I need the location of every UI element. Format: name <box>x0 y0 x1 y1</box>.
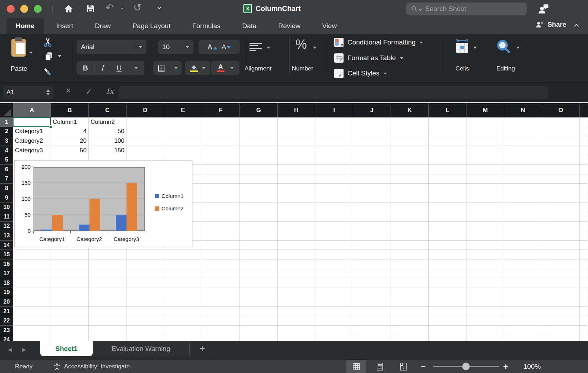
grid-cell-d24[interactable] <box>127 335 164 341</box>
grid-cell-f17[interactable] <box>202 269 240 279</box>
grid-cell-j11[interactable] <box>353 212 391 222</box>
grid-cell-a2[interactable]: Category1 <box>13 127 51 137</box>
grid-cell-b20[interactable] <box>51 297 89 307</box>
column-header-g[interactable]: G <box>240 103 278 117</box>
grid-cell-i21[interactable] <box>315 307 353 316</box>
grid-cell-o7[interactable] <box>542 174 580 184</box>
grid-cell-i9[interactable] <box>315 193 353 203</box>
grid-cell-l6[interactable] <box>429 165 466 174</box>
column-header-e[interactable]: E <box>164 103 202 117</box>
grid-cell-g1[interactable] <box>240 117 278 127</box>
grid-cell-n11[interactable] <box>504 212 542 222</box>
grid-cell-j14[interactable] <box>353 241 391 250</box>
grid-cell-m20[interactable] <box>466 297 504 307</box>
share-label[interactable]: Share <box>547 21 566 28</box>
paste-button[interactable]: Paste <box>3 65 35 73</box>
grid-cell-h8[interactable] <box>278 184 315 193</box>
row-header-4[interactable]: 4 <box>0 146 13 156</box>
grid-cell-i7[interactable] <box>315 174 353 184</box>
grid-cell-m8[interactable] <box>466 184 504 193</box>
share-area[interactable]: Share <box>535 21 578 28</box>
grid-cell-l10[interactable] <box>429 203 466 212</box>
grid-cell-i13[interactable] <box>315 231 353 241</box>
grid-cell-b16[interactable] <box>51 259 89 269</box>
grid-cell-g5[interactable] <box>240 155 278 165</box>
tab-formulas[interactable]: Formulas <box>183 18 229 34</box>
grid-cell-b2[interactable]: 4 <box>51 127 89 137</box>
grid-cell-c4[interactable]: 150 <box>89 146 127 156</box>
grid-cell-d22[interactable] <box>127 316 164 326</box>
grid-cell-k12[interactable] <box>391 222 429 231</box>
grid-cell-h24[interactable] <box>278 335 315 341</box>
tab-view[interactable]: View <box>313 18 346 34</box>
grid-cell-partial[interactable] <box>580 117 588 127</box>
grid-cell-partial[interactable] <box>580 155 588 165</box>
grid-cell-j23[interactable] <box>353 326 391 335</box>
grid-cell-j5[interactable] <box>353 155 391 165</box>
grid-cell-c16[interactable] <box>89 259 127 269</box>
grid-cell-l18[interactable] <box>429 278 466 288</box>
grid-cell-l24[interactable] <box>429 335 466 341</box>
grid-cell-k11[interactable] <box>391 212 429 222</box>
grid-cell-k22[interactable] <box>391 316 429 326</box>
grid-cell-j12[interactable] <box>353 222 391 231</box>
formula-input[interactable] <box>119 86 548 99</box>
grid-cell-k21[interactable] <box>391 307 429 316</box>
grid-cell-f23[interactable] <box>202 326 240 335</box>
row-header-5[interactable]: 5 <box>0 155 13 165</box>
collapse-ribbon-chevron[interactable] <box>574 24 579 28</box>
tab-data[interactable]: Data <box>233 18 266 34</box>
grid-cell-i4[interactable] <box>315 146 353 156</box>
grid-cell-e17[interactable] <box>164 269 202 279</box>
grid-cell-h4[interactable] <box>278 146 315 156</box>
grid-cell-j6[interactable] <box>353 165 391 174</box>
grid-cell-l14[interactable] <box>429 241 466 250</box>
grid-cell-m7[interactable] <box>466 174 504 184</box>
column-header-n[interactable]: N <box>504 103 542 117</box>
font-name-select[interactable]: Arial <box>77 40 146 54</box>
grid-cell-m11[interactable] <box>466 212 504 222</box>
copy-icon[interactable] <box>44 52 53 62</box>
row-header-7[interactable]: 7 <box>0 174 13 184</box>
normal-view-button[interactable] <box>346 360 366 373</box>
grid-cell-e3[interactable] <box>164 136 202 146</box>
grid-cell-partial[interactable] <box>580 174 588 184</box>
grid-cell-l12[interactable] <box>429 222 466 231</box>
grid-cell-d21[interactable] <box>127 307 164 316</box>
grid-cell-g9[interactable] <box>240 193 278 203</box>
grid-cell-g11[interactable] <box>240 212 278 222</box>
grid-cell-l4[interactable] <box>429 146 466 156</box>
grid-cell-g17[interactable] <box>240 269 278 279</box>
grid-cell-l3[interactable] <box>429 136 466 146</box>
grid-cell-i2[interactable] <box>315 127 353 137</box>
grid-cell-d18[interactable] <box>127 278 164 288</box>
grid-cell-partial[interactable] <box>580 307 588 316</box>
grid-cell-g20[interactable] <box>240 297 278 307</box>
grid-cell-h22[interactable] <box>278 316 315 326</box>
grid-cell-n22[interactable] <box>504 316 542 326</box>
row-header-23[interactable]: 23 <box>0 326 13 335</box>
grid-cell-i12[interactable] <box>315 222 353 231</box>
grid-cell-n20[interactable] <box>504 297 542 307</box>
grid-cell-a24[interactable] <box>13 335 51 341</box>
grid-cell-k9[interactable] <box>391 193 429 203</box>
grid-cell-n13[interactable] <box>504 231 542 241</box>
underline-dropdown-caret[interactable] <box>134 67 138 69</box>
editing-caret[interactable] <box>516 47 520 49</box>
grid-cell-j22[interactable] <box>353 316 391 326</box>
column-chart-object[interactable]: 050100150200Category1Category2Category3C… <box>14 160 192 247</box>
number-format-icon[interactable]: % <box>295 37 307 52</box>
cells-caret[interactable] <box>473 47 477 49</box>
grid-cell-d17[interactable] <box>127 269 164 279</box>
grid-cell-g18[interactable] <box>240 278 278 288</box>
grid-cell-o6[interactable] <box>542 165 580 174</box>
grid-cell-m24[interactable] <box>466 335 504 341</box>
grid-cell-h12[interactable] <box>278 222 315 231</box>
grid-cell-partial[interactable] <box>580 212 588 222</box>
search-input[interactable]: Search Sheet <box>406 2 527 15</box>
row-header-3[interactable]: 3 <box>0 136 13 146</box>
grid-cell-d15[interactable] <box>127 250 164 259</box>
grid-cell-n1[interactable] <box>504 117 542 127</box>
grid-cell-f15[interactable] <box>202 250 240 259</box>
grid-cell-e15[interactable] <box>164 250 202 259</box>
